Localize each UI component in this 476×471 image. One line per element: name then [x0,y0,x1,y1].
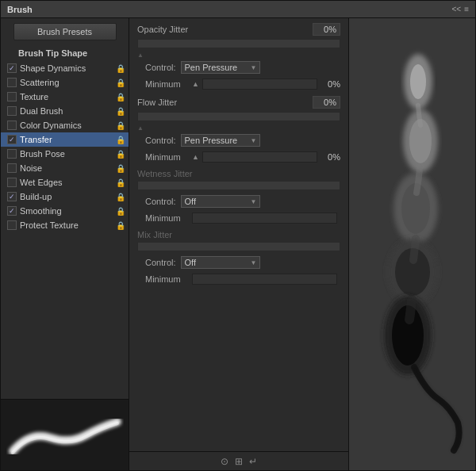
flow-jitter-value[interactable]: 0% [313,96,340,109]
sidebar-label-color-dynamics: Color Dynamics [20,121,114,130]
sidebar-item-shape-dynamics[interactable]: Shape Dynamics 🔒 [1,61,129,75]
main-controls: Opacity Jitter 0% ▲ Control: Pen Pressur… [129,18,348,470]
sidebar-item-transfer[interactable]: Transfer 🔒 [1,132,129,147]
controls-area: Opacity Jitter 0% ▲ Control: Pen Pressur… [129,18,348,451]
sidebar-label-noise: Noise [20,163,114,173]
checkbox-color-dynamics[interactable] [7,121,17,130]
lock-icon-wet-edges: 🔒 [116,178,125,187]
dropdown-wrapper-2: Pen Pressure Off Fade Pen Tilt [181,134,260,147]
minimum-label-3: Minimum [145,213,189,223]
lock-icon-shape-dynamics: 🔒 [116,64,125,73]
mix-jitter-slider[interactable] [137,242,340,251]
sidebar-label-brush-pose: Brush Pose [20,149,114,159]
section-arrow-1: ▲ [137,52,340,59]
content-wrapper: Opacity Jitter 0% ▲ Control: Pen Pressur… [129,18,475,470]
lock-icon-scattering: 🔒 [116,78,125,87]
checkbox-smoothing[interactable] [7,206,17,216]
control-dropdown-2[interactable]: Pen Pressure Off Fade Pen Tilt [181,134,260,147]
sidebar-label-transfer: Transfer [20,135,114,144]
lock-icon-color-dynamics: 🔒 [116,121,125,130]
min-value-2[interactable]: 0% [321,152,340,162]
minimum-label-1: Minimum [145,79,189,89]
bottom-icon-1[interactable]: ⊙ [221,456,228,467]
min-slider-1[interactable] [202,78,317,90]
control-row-2: Control: Pen Pressure Off Fade Pen Tilt [137,134,340,147]
minimum-label-4: Minimum [145,274,189,284]
mix-jitter-section: Mix Jitter [137,230,340,239]
panel-titlebar: Brush << ≡ [1,1,475,18]
checkbox-noise[interactable] [7,163,17,173]
minimum-row-4: Minimum [137,274,340,285]
minimum-row-3: Minimum [137,213,340,224]
control-label-4: Control: [145,258,176,267]
checkbox-dual-brush[interactable] [7,106,17,116]
min-value-1[interactable]: 0% [321,79,340,89]
lock-icon-texture: 🔒 [116,93,125,101]
sidebar-item-noise[interactable]: Noise 🔒 [1,161,129,175]
lock-icon-transfer: 🔒 [116,136,125,144]
checkbox-build-up[interactable] [7,192,17,201]
opacity-jitter-value[interactable]: 0% [313,23,340,36]
stroke-preview-panel [348,18,475,470]
control-row-1: Control: Pen Pressure Off Fade Pen Tilt [137,61,340,74]
sidebar-label-shape-dynamics: Shape Dynamics [20,63,114,73]
checkbox-scattering[interactable] [7,78,17,87]
minimum-row-1: Minimum ▲ 0% [137,78,340,90]
svg-point-1 [410,64,426,99]
control-row-4: Control: Off Pen Pressure Fade Pen Tilt [137,256,340,269]
lock-icon-noise: 🔒 [116,164,125,173]
menu-icon[interactable]: ≡ [464,5,469,13]
opacity-jitter-row: Opacity Jitter 0% [137,23,340,36]
section-arrow-2: ▲ [137,124,340,132]
min-slider-2[interactable] [202,151,317,163]
checkbox-wet-edges[interactable] [7,178,17,187]
sidebar-item-build-up[interactable]: Build-up 🔒 [1,190,129,204]
sidebar-item-texture[interactable]: Texture 🔒 [1,90,129,104]
brush-tip-shape-label: Brush Tip Shape [1,45,129,61]
sidebar-item-protect-texture[interactable]: Protect Texture 🔒 [1,218,129,232]
dropdown-wrapper-4: Off Pen Pressure Fade Pen Tilt [181,256,260,269]
wetness-jitter-slider[interactable] [137,181,340,190]
min-slider-3[interactable] [192,213,337,224]
sidebar-item-scattering[interactable]: Scattering 🔒 [1,75,129,90]
flow-jitter-slider[interactable] [137,112,340,121]
sidebar-label-build-up: Build-up [20,192,114,201]
sidebar-item-wet-edges[interactable]: Wet Edges 🔒 [1,175,129,190]
lock-icon-build-up: 🔒 [116,193,125,201]
min-slider-4[interactable] [192,274,337,285]
brush-presets-button[interactable]: Brush Presets [13,23,117,40]
panel-title: Brush [7,5,33,14]
wetness-jitter-section: Wetness Jitter [137,169,340,178]
control-dropdown-4[interactable]: Off Pen Pressure Fade Pen Tilt [181,256,260,269]
panel-controls: << ≡ [451,5,469,13]
sidebar-label-scattering: Scattering [20,78,114,87]
opacity-jitter-slider[interactable] [137,39,340,48]
minimum-row-2: Minimum ▲ 0% [137,151,340,163]
sidebar-item-brush-pose[interactable]: Brush Pose 🔒 [1,147,129,161]
dropdown-wrapper-1: Pen Pressure Off Fade Pen Tilt [181,61,260,74]
lock-icon-brush-pose: 🔒 [116,150,125,159]
checkbox-brush-pose[interactable] [7,149,17,159]
sidebar-item-color-dynamics[interactable]: Color Dynamics 🔒 [1,118,129,132]
panel-body: Brush Presets Brush Tip Shape Shape Dyna… [1,18,475,470]
min-triangle-1: ▲ [192,80,199,88]
collapse-icon[interactable]: << [451,5,461,13]
sidebar-item-smoothing[interactable]: Smoothing 🔒 [1,204,129,218]
checkbox-protect-texture[interactable] [7,220,17,230]
opacity-jitter-label: Opacity Jitter [137,25,188,34]
control-label-3: Control: [145,197,176,206]
sidebar-item-dual-brush[interactable]: Dual Brush 🔒 [1,104,129,118]
min-triangle-2: ▲ [192,153,199,161]
bottom-icon-2[interactable]: ⊞ [235,456,243,467]
checkbox-texture[interactable] [7,92,17,101]
checkbox-shape-dynamics[interactable] [7,63,17,73]
control-dropdown-3[interactable]: Off Pen Pressure Fade Pen Tilt [181,195,260,208]
control-dropdown-1[interactable]: Pen Pressure Off Fade Pen Tilt [181,61,260,74]
bottom-icon-3[interactable]: ↵ [249,456,257,467]
brush-panel: Brush << ≡ Brush Presets Brush Tip Shape… [0,0,476,471]
lock-icon-protect-texture: 🔒 [116,221,125,230]
checkbox-transfer[interactable] [7,135,17,144]
sidebar-label-dual-brush: Dual Brush [20,106,114,116]
mix-jitter-label: Mix Jitter [137,230,172,239]
lock-icon-dual-brush: 🔒 [116,107,125,116]
